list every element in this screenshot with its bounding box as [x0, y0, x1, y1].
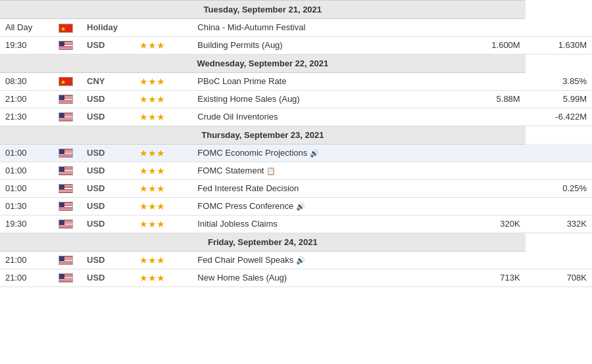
- star-filled-icon: ★: [157, 112, 165, 122]
- day-header-row: Thursday, September 23, 2021: [0, 125, 592, 144]
- event-time: 01:00: [0, 162, 50, 179]
- event-forecast: [458, 251, 525, 269]
- event-time: 01:30: [0, 197, 50, 215]
- event-time: 19:30: [0, 36, 50, 54]
- day-header-row: Wednesday, September 22, 2021: [0, 54, 592, 72]
- day-header-row: Friday, September 24, 2021: [0, 233, 592, 251]
- day-header-label: Wednesday, September 22, 2021: [0, 54, 526, 72]
- event-stars-cell: ★★★: [134, 179, 193, 197]
- event-flag-cell: [50, 179, 82, 197]
- star-filled-icon: ★: [148, 183, 157, 194]
- event-row: 01:00USD★★★FOMC Economic Projections🔊: [0, 144, 592, 162]
- flag-cn-icon: [59, 77, 73, 86]
- event-row: 01:00USD★★★Fed Interest Rate Decision0.2…: [0, 179, 592, 197]
- event-flag-cell: [50, 90, 82, 108]
- event-stars-cell: ★★★: [134, 162, 193, 179]
- event-row: 19:30USD★★★Initial Jobless Claims320K332…: [0, 215, 592, 233]
- day-header-label: Friday, September 24, 2021: [0, 233, 526, 251]
- event-currency: USD: [82, 144, 134, 162]
- event-time: 01:00: [0, 179, 50, 197]
- event-name: FOMC Press Conference🔊: [192, 197, 458, 215]
- event-time: 01:00: [0, 144, 50, 162]
- event-row: 21:00USD★★★New Home Sales (Aug)713K708K: [0, 269, 592, 286]
- sound-icon[interactable]: 🔊: [296, 256, 305, 264]
- star-filled-icon: ★: [157, 166, 165, 176]
- star-filled-icon: ★: [139, 255, 148, 265]
- event-forecast: 320K: [458, 215, 525, 233]
- star-filled-icon: ★: [157, 94, 165, 104]
- event-flag-cell: [50, 36, 82, 54]
- star-filled-icon: ★: [157, 255, 165, 265]
- event-currency: USD: [82, 179, 134, 197]
- importance-stars: ★★★: [139, 273, 165, 283]
- event-row: 21:30USD★★★Crude Oil Inventories-6.422M: [0, 108, 592, 125]
- flag-cn-icon: [59, 24, 73, 33]
- event-name: Crude Oil Inventories: [192, 108, 458, 125]
- day-header-label: Thursday, September 23, 2021: [0, 125, 526, 144]
- event-forecast: [458, 19, 525, 37]
- event-forecast: 713K: [458, 269, 525, 286]
- star-filled-icon: ★: [139, 273, 148, 283]
- importance-stars: ★★★: [139, 219, 165, 229]
- day-header-row: Tuesday, September 21, 2021: [0, 1, 592, 19]
- star-filled-icon: ★: [157, 273, 165, 283]
- star-filled-icon: ★: [148, 166, 157, 176]
- flag-us-icon: [59, 41, 73, 50]
- event-flag-cell: [50, 19, 82, 37]
- event-previous: 3.85%: [526, 72, 592, 90]
- event-time: 08:30: [0, 72, 50, 90]
- event-forecast: 1.600M: [458, 36, 525, 54]
- event-flag-cell: [50, 251, 82, 269]
- event-stars-cell: ★★★: [134, 215, 193, 233]
- star-filled-icon: ★: [148, 112, 157, 122]
- event-flag-cell: [50, 144, 82, 162]
- event-currency: USD: [82, 269, 134, 286]
- importance-stars: ★★★: [139, 77, 165, 87]
- importance-stars: ★★★: [139, 202, 165, 212]
- event-previous: 0.25%: [526, 179, 592, 197]
- event-name: New Home Sales (Aug): [192, 269, 458, 286]
- day-header-label: Tuesday, September 21, 2021: [0, 1, 526, 19]
- flag-us-icon: [59, 256, 73, 265]
- star-filled-icon: ★: [157, 183, 165, 194]
- importance-stars: ★★★: [139, 95, 165, 104]
- event-previous: 5.99M: [526, 90, 592, 108]
- importance-stars: ★★★: [139, 148, 165, 158]
- event-currency: USD: [82, 197, 134, 215]
- star-filled-icon: ★: [148, 255, 157, 265]
- star-filled-icon: ★: [148, 94, 157, 104]
- document-icon[interactable]: 📋: [266, 167, 276, 175]
- star-filled-icon: ★: [148, 148, 157, 158]
- event-name: PBoC Loan Prime Rate: [192, 72, 458, 90]
- event-stars-cell: ★★★: [134, 36, 193, 54]
- star-filled-icon: ★: [148, 76, 157, 87]
- event-time: 21:00: [0, 269, 50, 286]
- event-name: Fed Interest Rate Decision: [192, 179, 458, 197]
- event-forecast: [458, 197, 525, 215]
- event-stars-cell: ★★★: [134, 269, 193, 286]
- event-time: 19:30: [0, 215, 50, 233]
- sound-icon[interactable]: 🔊: [310, 149, 319, 157]
- event-forecast: [458, 162, 525, 179]
- event-time: 21:30: [0, 108, 50, 125]
- event-row: 21:00USD★★★Existing Home Sales (Aug)5.88…: [0, 90, 592, 108]
- importance-stars: ★★★: [139, 256, 165, 265]
- event-stars-cell: ★★★: [134, 90, 193, 108]
- event-currency: USD: [82, 215, 134, 233]
- event-row: 21:00USD★★★Fed Chair Powell Speaks🔊: [0, 251, 592, 269]
- star-filled-icon: ★: [148, 273, 157, 283]
- event-time: All Day: [0, 19, 50, 37]
- event-time: 21:00: [0, 90, 50, 108]
- event-row: 01:30USD★★★FOMC Press Conference🔊: [0, 197, 592, 215]
- star-filled-icon: ★: [157, 219, 165, 229]
- flag-us-icon: [59, 95, 73, 104]
- event-forecast: [458, 179, 525, 197]
- flag-us-icon: [59, 112, 73, 122]
- star-filled-icon: ★: [157, 201, 165, 212]
- star-filled-icon: ★: [139, 112, 148, 122]
- sound-icon[interactable]: 🔊: [296, 202, 305, 210]
- event-stars-cell: [134, 19, 193, 37]
- event-row: All DayHolidayChina - Mid-Autumn Festiva…: [0, 19, 592, 37]
- star-filled-icon: ★: [148, 40, 157, 51]
- star-filled-icon: ★: [139, 219, 148, 229]
